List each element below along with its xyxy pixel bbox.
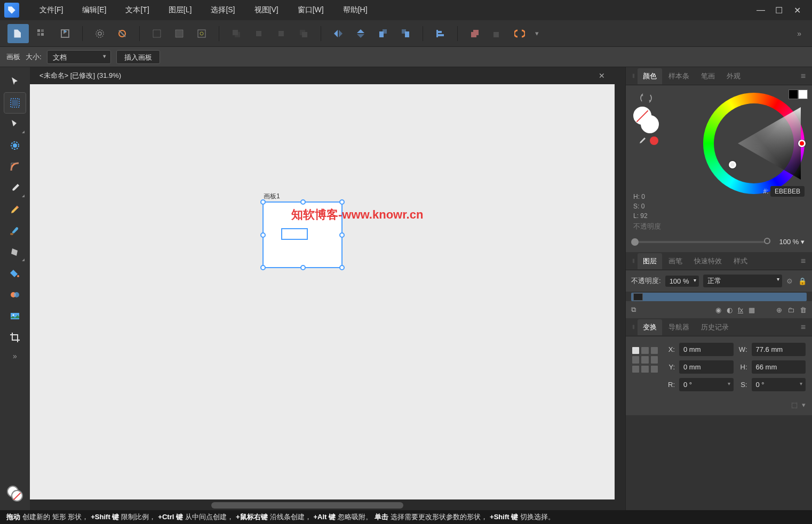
minimize-button[interactable]: — (757, 6, 765, 14)
menu-select[interactable]: 选择[S] (201, 0, 244, 20)
transparency-tool[interactable] (4, 285, 26, 305)
menu-file[interactable]: 文件[F] (30, 0, 73, 20)
tab-transform[interactable]: 变换 (638, 319, 662, 335)
handle-e[interactable] (339, 232, 345, 238)
artboard-tool[interactable] (4, 93, 26, 113)
document-close-button[interactable]: ✕ (599, 71, 605, 80)
swap-colors-icon[interactable] (639, 93, 654, 103)
fx-icon[interactable]: fx (738, 306, 743, 314)
menu-edit[interactable]: 编辑[E] (73, 0, 116, 20)
mask-icon[interactable]: ◉ (715, 306, 721, 314)
node-tool[interactable] (4, 114, 26, 134)
menu-text[interactable]: 文本[T] (116, 0, 158, 20)
tab-styles[interactable]: 样式 (728, 253, 753, 269)
move-tool[interactable] (4, 71, 26, 92)
tab-layers[interactable]: 图层 (638, 253, 662, 269)
opacity-value[interactable]: 100 % ▾ (776, 238, 805, 246)
place-image-tool[interactable] (4, 306, 26, 326)
anchor-selector[interactable] (632, 347, 658, 373)
layer-opacity-input[interactable]: 100 % (665, 276, 699, 287)
sl-handle[interactable] (729, 161, 736, 168)
layer-dup-icon[interactable]: ⧉ (631, 305, 636, 314)
gear-icon[interactable]: ⚙ (786, 277, 793, 285)
crop-tool[interactable] (4, 327, 26, 348)
tab-color[interactable]: 颜色 (638, 68, 662, 84)
opacity-slider[interactable] (633, 241, 770, 243)
panel-grip-icon[interactable]: ⦀ (629, 324, 636, 330)
handle-s[interactable] (300, 265, 306, 270)
flip-horizontal-button[interactable] (328, 24, 349, 43)
corner-tool[interactable] (4, 157, 26, 177)
move-backward-button[interactable] (248, 24, 269, 43)
hue-handle[interactable] (798, 140, 806, 147)
handle-ne[interactable] (339, 199, 345, 205)
snap-settings-button[interactable] (112, 24, 133, 43)
h-input[interactable]: 66 mm (752, 360, 806, 374)
handle-n[interactable] (300, 199, 306, 205)
delete-layer-icon[interactable]: 🗑 (800, 306, 807, 314)
tab-brushes[interactable]: 画笔 (663, 253, 688, 269)
recent-color[interactable] (650, 136, 658, 145)
handle-nw[interactable] (260, 199, 266, 205)
brush-tool[interactable] (4, 221, 26, 241)
persona-designer-button[interactable] (7, 24, 29, 43)
subtract-op-button[interactable] (487, 24, 508, 43)
handle-sw[interactable] (260, 265, 266, 270)
x-input[interactable]: 0 mm (679, 343, 734, 356)
add-op-button[interactable] (464, 24, 485, 43)
tab-effects[interactable]: 快速特效 (689, 253, 727, 269)
adjustment-icon[interactable]: ◐ (727, 306, 733, 314)
artboard-name-label[interactable]: 画板1 (264, 192, 280, 201)
preferences-button[interactable] (89, 24, 110, 43)
layer-row[interactable] (631, 293, 807, 301)
persona-export-button[interactable] (54, 24, 76, 43)
link-dimensions-icon[interactable]: ⬚ (791, 401, 798, 409)
pencil-tool[interactable] (4, 199, 26, 220)
size-select[interactable]: 文档 (47, 50, 111, 64)
y-input[interactable]: 0 mm (679, 360, 734, 374)
tools-overflow-button[interactable]: » (10, 349, 20, 364)
swatch-white[interactable] (798, 90, 808, 99)
menu-layer[interactable]: 图层[L] (159, 0, 202, 20)
panel-grip-icon[interactable]: ⦀ (629, 72, 636, 79)
menu-window[interactable]: 窗口[W] (288, 0, 333, 20)
transform-dropdown-icon[interactable]: ▾ (802, 401, 806, 409)
tab-swatches[interactable]: 样本条 (663, 68, 695, 84)
blend-mode-select[interactable]: 正常 (703, 275, 783, 287)
snap-toggle-button[interactable] (509, 24, 530, 43)
more-toolbar-button[interactable]: ▾ (531, 24, 542, 43)
r-input[interactable]: 0 ° (679, 378, 734, 391)
contour-tool[interactable] (4, 135, 26, 156)
show-margins-button[interactable] (191, 24, 212, 43)
lock-icon[interactable]: 🔒 (798, 277, 807, 285)
move-back-button[interactable] (226, 24, 247, 43)
handle-se[interactable] (339, 265, 345, 270)
move-forward-button[interactable] (270, 24, 292, 43)
add-layer-icon[interactable]: ⊕ (776, 306, 782, 314)
handle-w[interactable] (260, 232, 266, 238)
panel-menu-button[interactable]: ≡ (798, 256, 809, 266)
show-guides-button[interactable] (169, 24, 190, 43)
menu-help[interactable]: 帮助[H] (333, 0, 377, 20)
panel-grip-icon[interactable]: ⦀ (629, 257, 636, 264)
flip-vertical-button[interactable] (350, 24, 371, 43)
tab-navigator[interactable]: 导航器 (663, 319, 695, 335)
move-front-button[interactable] (293, 24, 314, 43)
insert-artboard-button[interactable]: 插入画板 (116, 50, 160, 64)
rotate-ccw-button[interactable] (372, 24, 394, 43)
scrollbar-vertical[interactable] (616, 84, 625, 499)
inner-rectangle[interactable] (281, 228, 308, 240)
w-input[interactable]: 77.6 mm (752, 343, 806, 356)
tab-stroke[interactable]: 笔画 (696, 68, 720, 84)
scrollbar-horizontal[interactable] (30, 501, 615, 510)
align-button[interactable] (429, 24, 451, 43)
color-swap-tool[interactable] (4, 483, 26, 504)
menu-view[interactable]: 视图[V] (245, 0, 288, 20)
persona-pixel-button[interactable] (31, 24, 52, 43)
fill-tool[interactable] (4, 263, 26, 284)
eyedropper-icon[interactable] (637, 136, 647, 146)
s-input[interactable]: 0 ° (752, 378, 806, 391)
crop-mask-icon[interactable]: ▦ (749, 306, 755, 314)
canvas[interactable]: 画板1 知软博客-www.knowr.cn (30, 84, 625, 510)
tab-appearance[interactable]: 外观 (721, 68, 746, 84)
